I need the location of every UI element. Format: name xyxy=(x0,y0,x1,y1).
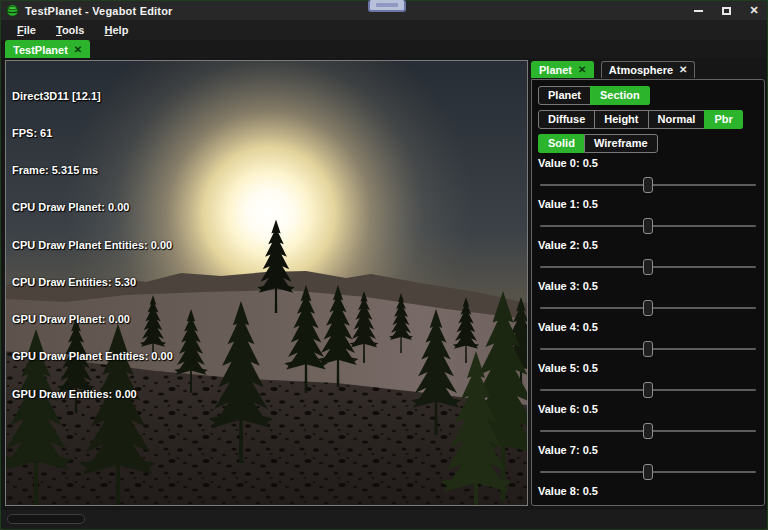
tab-testplanet[interactable]: TestPlanet ✕ xyxy=(5,40,90,58)
slider-block-value-3: Value 3: 0.5 xyxy=(538,280,758,316)
slider-thumb[interactable] xyxy=(643,218,653,234)
slider-block-value-2: Value 2: 0.5 xyxy=(538,239,758,275)
stat-line: CPU Draw Planet Entities: 0.00 xyxy=(12,239,173,251)
render-mode-toggle-group: SolidWireframe xyxy=(538,133,758,151)
render-wireframe-button[interactable]: Wireframe xyxy=(584,134,658,153)
menu-file[interactable]: File xyxy=(9,21,44,39)
slider-value-2[interactable] xyxy=(538,259,758,275)
slider-value-1[interactable] xyxy=(538,218,758,234)
slider-thumb[interactable] xyxy=(643,423,653,439)
dock-tab-planet[interactable]: Planet ✕ xyxy=(531,61,594,78)
vegabot-editor-window: { "ui": { "close_glyph": "✕" }, "window"… xyxy=(0,0,768,530)
mode-planet-button[interactable]: Planet xyxy=(538,86,591,105)
dock-tab-atmosphere-label: Atmosphere xyxy=(609,64,673,76)
properties-dock: Planet ✕ Atmosphere ✕ Export ✕ PlanetSec… xyxy=(531,60,765,506)
slider-value-3[interactable] xyxy=(538,300,758,316)
progress-bar xyxy=(7,514,85,524)
mode-toggle-group: PlanetSection xyxy=(538,85,758,103)
slider-label-value-4: Value 4: 0.5 xyxy=(538,321,758,334)
slider-block-value-0: Value 0: 0.5 xyxy=(538,157,758,193)
menu-help[interactable]: Help xyxy=(97,21,137,39)
slider-value-8[interactable] xyxy=(538,505,758,506)
3d-viewport[interactable]: Direct3D11 [12.1] FPS: 61 Frame: 5.315 m… xyxy=(5,60,528,506)
window-title: TestPlanet - Vegabot Editor xyxy=(25,5,173,17)
menu-tools[interactable]: Tools xyxy=(48,21,93,39)
slider-value-7[interactable] xyxy=(538,464,758,480)
map-diffuse-button[interactable]: Diffuse xyxy=(538,110,595,129)
slider-thumb[interactable] xyxy=(643,382,653,398)
minimize-icon xyxy=(694,10,703,12)
slider-label-value-2: Value 2: 0.5 xyxy=(538,239,758,252)
dock-tab-atmosphere[interactable]: Atmosphere ✕ xyxy=(601,61,696,78)
tab-testplanet-close-icon[interactable]: ✕ xyxy=(74,45,82,55)
main-content: Direct3D11 [12.1] FPS: 61 Frame: 5.315 m… xyxy=(1,58,767,510)
stat-line: CPU Draw Entities: 5.30 xyxy=(12,276,173,288)
stat-line: Direct3D11 [12.1] xyxy=(12,90,173,102)
slider-block-value-4: Value 4: 0.5 xyxy=(538,321,758,357)
slider-label-value-8: Value 8: 0.5 xyxy=(538,485,758,498)
dock-tab-planet-label: Planet xyxy=(539,64,572,76)
slider-block-value-1: Value 1: 0.5 xyxy=(538,198,758,234)
minimize-button[interactable] xyxy=(691,4,705,18)
slider-label-value-3: Value 3: 0.5 xyxy=(538,280,758,293)
stat-line: Frame: 5.315 ms xyxy=(12,164,173,176)
render-solid-button[interactable]: Solid xyxy=(538,134,585,153)
menu-bar: File Tools Help xyxy=(1,20,767,40)
slider-thumb[interactable] xyxy=(643,464,653,480)
slider-block-value-8: Value 8: 0.5 xyxy=(538,485,758,506)
stat-line: GPU Draw Planet Entities: 0.00 xyxy=(12,350,173,362)
slider-thumb[interactable] xyxy=(643,505,653,506)
slider-thumb[interactable] xyxy=(643,177,653,193)
maximize-icon xyxy=(722,7,731,15)
dock-tab-planet-close-icon[interactable]: ✕ xyxy=(578,65,586,75)
slider-thumb[interactable] xyxy=(643,300,653,316)
slider-value-5[interactable] xyxy=(538,382,758,398)
stat-line: GPU Draw Entities: 0.00 xyxy=(12,388,173,400)
stat-line: CPU Draw Planet: 0.00 xyxy=(12,201,173,213)
planet-panel-body: PlanetSection DiffuseHeightNormalPbr Sol… xyxy=(531,79,765,506)
slider-label-value-5: Value 5: 0.5 xyxy=(538,362,758,375)
slider-thumb[interactable] xyxy=(643,259,653,275)
stat-line: FPS: 61 xyxy=(12,127,173,139)
map-height-button[interactable]: Height xyxy=(594,110,648,129)
slider-block-value-5: Value 5: 0.5 xyxy=(538,362,758,398)
map-toggle-group: DiffuseHeightNormalPbr xyxy=(538,109,758,127)
slider-block-value-7: Value 7: 0.5 xyxy=(538,444,758,480)
slider-label-value-1: Value 1: 0.5 xyxy=(538,198,758,211)
slider-value-0[interactable] xyxy=(538,177,758,193)
map-normal-button[interactable]: Normal xyxy=(648,110,706,129)
snap-handle-grip xyxy=(376,3,398,7)
slider-label-value-6: Value 6: 0.5 xyxy=(538,403,758,416)
dock-tab-bar: Planet ✕ Atmosphere ✕ Export ✕ xyxy=(531,60,765,79)
dock-tab-atmosphere-close-icon[interactable]: ✕ xyxy=(679,65,687,75)
slider-value-6[interactable] xyxy=(538,423,758,439)
close-button[interactable]: ✕ xyxy=(747,4,761,18)
stat-line: GPU Draw Planet: 0.00 xyxy=(12,313,173,325)
close-icon: ✕ xyxy=(749,5,758,16)
slider-label-value-7: Value 7: 0.5 xyxy=(538,444,758,457)
document-tab-bar: TestPlanet ✕ xyxy=(1,40,767,58)
slider-block-value-6: Value 6: 0.5 xyxy=(538,403,758,439)
snap-layout-handle[interactable] xyxy=(368,0,406,12)
slider-value-4[interactable] xyxy=(538,341,758,357)
maximize-button[interactable] xyxy=(719,4,733,18)
mode-section-button[interactable]: Section xyxy=(590,86,650,105)
status-bar xyxy=(1,510,767,529)
map-pbr-button[interactable]: Pbr xyxy=(704,110,742,129)
render-stats-overlay: Direct3D11 [12.1] FPS: 61 Frame: 5.315 m… xyxy=(12,65,173,425)
app-logo-icon xyxy=(6,4,19,17)
tab-testplanet-label: TestPlanet xyxy=(13,44,68,56)
slider-thumb[interactable] xyxy=(643,341,653,357)
slider-label-value-0: Value 0: 0.5 xyxy=(538,157,758,170)
